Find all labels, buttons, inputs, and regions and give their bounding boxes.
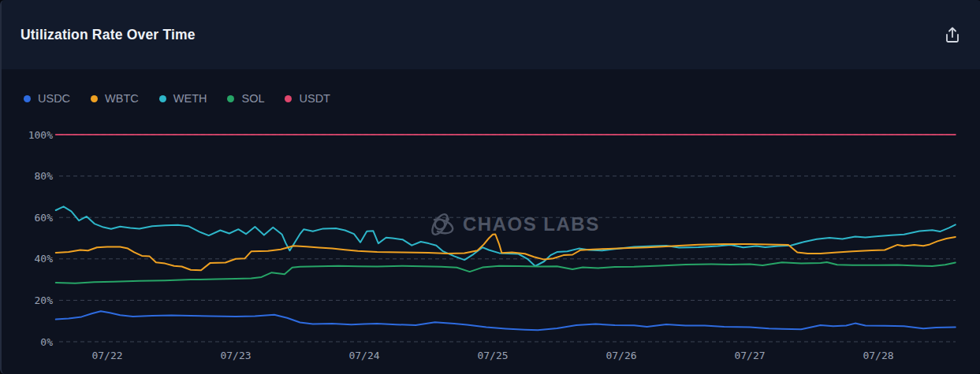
y-axis-labels: 0%20%40%60%80%100% — [28, 129, 53, 348]
series-line-sol — [56, 262, 956, 283]
x-tick-label: 07/25 — [477, 350, 508, 361]
series-line-weth — [56, 206, 956, 266]
x-tick-label: 07/22 — [91, 350, 122, 361]
chart-canvas[interactable]: 0%20%40%60%80%100%07/2207/2307/2407/2507… — [2, 0, 980, 374]
x-tick-label: 07/26 — [606, 350, 636, 361]
x-tick-label: 07/23 — [220, 350, 251, 361]
y-tick-label: 80% — [35, 170, 54, 182]
series-line-usdc — [56, 311, 956, 330]
x-tick-label: 07/27 — [734, 350, 765, 361]
x-tick-label: 07/28 — [863, 350, 893, 361]
x-tick-label: 07/24 — [348, 350, 379, 361]
y-tick-label: 60% — [35, 212, 54, 224]
series-line-wbtc — [56, 235, 956, 271]
utilization-chart-card: Utilization Rate Over Time USDCWBTCWETHS… — [0, 0, 980, 374]
y-tick-label: 40% — [35, 253, 54, 265]
x-axis-labels: 07/2207/2307/2407/2507/2607/2707/28 — [91, 350, 893, 361]
y-tick-label: 0% — [40, 336, 53, 348]
y-tick-label: 20% — [35, 294, 54, 306]
y-tick-label: 100% — [28, 129, 53, 141]
